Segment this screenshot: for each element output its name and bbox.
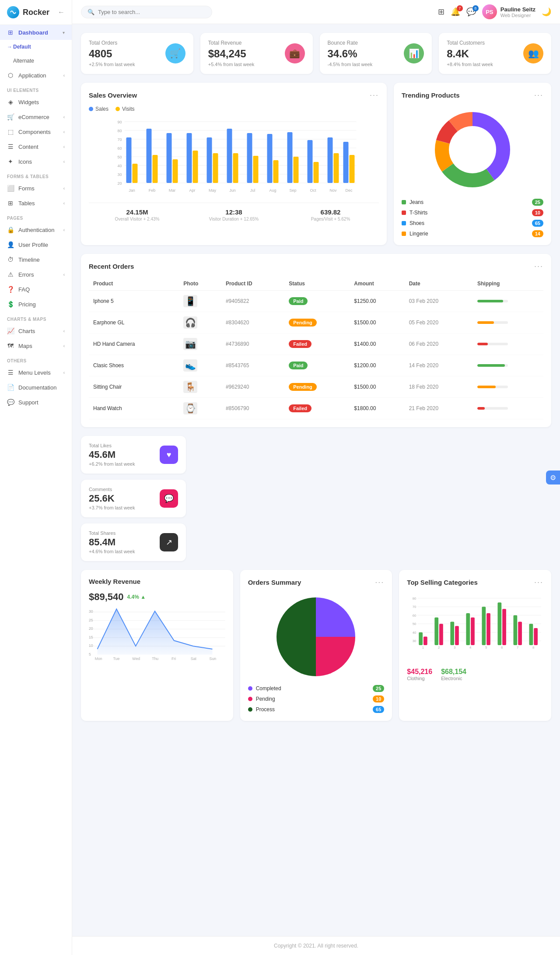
svg-rect-106 — [518, 621, 522, 645]
orders-summary-menu[interactable]: ··· — [375, 578, 384, 587]
svg-rect-94 — [455, 626, 459, 645]
notifications-button[interactable]: 🔔 7 — [451, 7, 460, 17]
svg-text:50: 50 — [117, 155, 122, 159]
search-bar[interactable]: 🔍 — [81, 6, 212, 18]
table-row: Earphone GL 🎧 #8304620 Pending $1500.00 … — [89, 312, 543, 334]
sidebar-item-authentication[interactable]: 🔒 Authentication ‹ — [0, 222, 72, 237]
trending-menu[interactable]: ··· — [534, 91, 543, 100]
svg-text:5: 5 — [89, 652, 91, 657]
col-product-id: Product ID — [221, 277, 284, 291]
top-categories-card: Top Selling Categories ··· 80 — [399, 570, 551, 721]
sidebar-item-ecommerce[interactable]: 🛒 eCommerce ‹ — [0, 109, 72, 124]
grid-button[interactable]: ⊞ — [438, 7, 444, 17]
svg-text:May: May — [209, 188, 217, 193]
order-status: Failed — [284, 398, 350, 419]
search-input[interactable] — [98, 9, 206, 15]
col-shipping: Shipping — [473, 277, 543, 291]
svg-text:80: 80 — [117, 129, 122, 133]
sales-overview-menu[interactable]: ··· — [370, 91, 379, 100]
charts-maps-section: CHARTS & MAPS — [0, 312, 72, 323]
sidebar-item-content[interactable]: ☰ Content ‹ — [0, 139, 72, 154]
sidebar-item-timeline[interactable]: ⏱ Timeline — [0, 252, 72, 267]
orders-menu[interactable]: ··· — [534, 262, 543, 271]
order-status: Paid — [284, 291, 350, 312]
sidebar-item-dashboard[interactable]: ⊞ Dashboard ▾ — [0, 25, 72, 40]
sidebar-item-faq[interactable]: ❓ FAQ — [0, 282, 72, 297]
orders-summary-card: Orders Summary ··· — [240, 570, 392, 721]
sidebar-item-default[interactable]: Default — [0, 40, 72, 54]
social-card-comments: Comments 25.6K +3.7% from last week 💬 — [81, 480, 186, 517]
svg-text:Fri: Fri — [172, 657, 176, 661]
sidebar-item-components[interactable]: ⬚ Components ‹ — [0, 124, 72, 139]
social-card-shares: Total Shares 85.4M +4.6% from last week … — [81, 523, 186, 561]
svg-rect-100 — [486, 613, 490, 645]
sales-legend: Sales Visits — [89, 106, 379, 112]
svg-rect-102 — [498, 603, 502, 645]
dark-mode-toggle[interactable]: 🌙 — [542, 7, 551, 17]
pie-badge-process: 65 — [373, 706, 384, 713]
order-shipping — [473, 334, 543, 355]
donut-legend: Jeans 25 T-Shirts 10 — [402, 199, 543, 237]
top-categories-menu[interactable]: ··· — [534, 578, 543, 587]
stat-icon-bounce: 📊 — [404, 43, 424, 63]
donut-color-jeans — [402, 200, 406, 204]
order-photo: 🪑 — [179, 376, 221, 398]
sidebar-item-charts[interactable]: 📈 Charts ‹ — [0, 323, 72, 338]
pie-color-process — [248, 707, 252, 712]
svg-text:Jan: Jan — [129, 188, 135, 193]
donut-badge-jeans: 25 — [532, 199, 543, 206]
table-row: Hand Watch ⌚ #8506790 Failed $1800.00 21… — [89, 398, 543, 419]
col-date: Date — [405, 277, 473, 291]
sidebar-item-forms[interactable]: ⬜ Forms ‹ — [0, 181, 72, 196]
sidebar-item-support[interactable]: 💬 Support — [0, 395, 72, 410]
sidebar-item-icons[interactable]: ✦ Icons ‹ — [0, 154, 72, 169]
chart-stat-pages: 639.82 Pages/Visit + 5.62% — [282, 208, 379, 221]
sidebar-item-errors[interactable]: ⚠ Errors ‹ — [0, 267, 72, 282]
footer: Copyright © 2021. All right reserved. — [72, 936, 560, 955]
stat-label-orders: Total Orders — [89, 40, 135, 46]
svg-rect-97 — [471, 618, 475, 645]
settings-fab[interactable]: ⚙ — [546, 470, 560, 485]
donut-chart — [429, 106, 516, 193]
main-area: 🔍 ⊞ 🔔 7 💬 8 PS Pauline S — [72, 0, 560, 955]
user-info[interactable]: PS Pauline Seitz Web Designer — [482, 4, 536, 19]
svg-text:90: 90 — [117, 120, 122, 124]
sidebar-item-application[interactable]: ⬡ Application ‹ — [0, 68, 72, 83]
order-product-name: Iphone 5 — [89, 291, 179, 312]
order-shipping — [473, 398, 543, 419]
order-photo: 👟 — [179, 355, 221, 376]
svg-rect-16 — [126, 137, 132, 183]
sidebar-item-alternate[interactable]: Alternate — [0, 54, 72, 68]
sidebar-item-pricing[interactable]: 💲 Pricing — [0, 297, 72, 312]
sidebar-toggle[interactable]: ← — [58, 8, 65, 16]
svg-rect-88 — [424, 636, 427, 645]
sidebar-item-menu-levels[interactable]: ☰ Menu Levels ‹ — [0, 365, 72, 380]
donut-container — [402, 106, 543, 193]
chevron-icon: ‹ — [63, 370, 65, 375]
forms-tables-section: FORMS & TABLES — [0, 169, 72, 181]
donut-badge-shoes: 65 — [532, 220, 543, 227]
svg-text:Tue: Tue — [113, 657, 120, 661]
svg-text:6: 6 — [501, 646, 503, 650]
sidebar-item-widgets[interactable]: ◈ Widgets — [0, 95, 72, 109]
svg-text:25: 25 — [89, 618, 93, 622]
area-chart: 30 25 20 15 10 5 Mon Tue Wed Thu — [89, 603, 225, 664]
user-role: Web Designer — [500, 13, 536, 18]
sidebar-item-maps[interactable]: 🗺 Maps ‹ — [0, 338, 72, 353]
order-product-id: #8543765 — [221, 355, 284, 376]
sidebar-item-documentation[interactable]: 📄 Documentation — [0, 380, 72, 395]
svg-rect-28 — [207, 137, 212, 183]
stat-value-customers: 8.4K — [447, 48, 493, 60]
svg-rect-38 — [273, 160, 279, 183]
charts-icon: 📈 — [7, 327, 14, 334]
svg-rect-40 — [287, 132, 293, 183]
likes-value: 45.6M — [89, 449, 135, 460]
messages-button[interactable]: 💬 8 — [466, 7, 476, 17]
stat-label-bounce: Bounce Rate — [328, 40, 373, 46]
sidebar-item-user-profile[interactable]: 👤 User Profile — [0, 237, 72, 252]
sidebar-item-tables[interactable]: ⊞ Tables ‹ — [0, 196, 72, 211]
order-product-id: #4736890 — [221, 334, 284, 355]
chevron-icon: ‹ — [63, 73, 65, 78]
stat-info-revenue: Total Revenue $84,245 +5.4% from last we… — [208, 40, 254, 67]
menu-icon: ☰ — [7, 369, 14, 376]
